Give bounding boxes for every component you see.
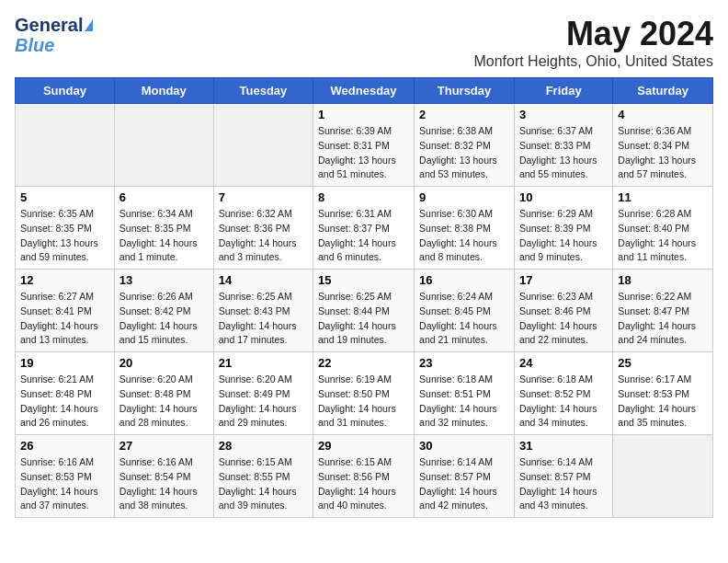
day-info: Sunrise: 6:35 AM Sunset: 8:35 PM Dayligh… — [20, 207, 109, 265]
calendar-week-2: 5Sunrise: 6:35 AM Sunset: 8:35 PM Daylig… — [16, 187, 713, 270]
day-number: 27 — [119, 439, 209, 453]
day-number: 21 — [219, 356, 308, 370]
day-info: Sunrise: 6:19 AM Sunset: 8:50 PM Dayligh… — [318, 373, 409, 431]
calendar-cell — [613, 435, 713, 518]
day-info: Sunrise: 6:39 AM Sunset: 8:31 PM Dayligh… — [318, 124, 409, 182]
calendar-cell: 19Sunrise: 6:21 AM Sunset: 8:48 PM Dayli… — [16, 352, 115, 435]
header-monday: Monday — [114, 78, 213, 104]
day-info: Sunrise: 6:27 AM Sunset: 8:41 PM Dayligh… — [20, 290, 109, 348]
calendar-cell: 6Sunrise: 6:34 AM Sunset: 8:35 PM Daylig… — [114, 187, 213, 270]
header-tuesday: Tuesday — [213, 78, 313, 104]
day-number: 6 — [119, 190, 209, 204]
calendar-cell: 24Sunrise: 6:18 AM Sunset: 8:52 PM Dayli… — [514, 352, 612, 435]
day-number: 11 — [618, 190, 708, 204]
header-wednesday: Wednesday — [313, 78, 415, 104]
day-number: 13 — [119, 273, 209, 287]
day-info: Sunrise: 6:16 AM Sunset: 8:54 PM Dayligh… — [119, 455, 209, 513]
calendar-cell — [16, 104, 115, 187]
day-info: Sunrise: 6:31 AM Sunset: 8:37 PM Dayligh… — [318, 207, 409, 265]
day-number: 12 — [20, 273, 109, 287]
day-number: 8 — [318, 190, 409, 204]
day-info: Sunrise: 6:36 AM Sunset: 8:34 PM Dayligh… — [618, 124, 708, 182]
title-area: May 2024 Monfort Heights, Ohio, United S… — [473, 15, 713, 70]
calendar-cell: 23Sunrise: 6:18 AM Sunset: 8:51 PM Dayli… — [415, 352, 515, 435]
calendar-cell: 29Sunrise: 6:15 AM Sunset: 8:56 PM Dayli… — [313, 435, 415, 518]
day-number: 1 — [318, 108, 409, 121]
day-number: 29 — [318, 439, 409, 453]
header-friday: Friday — [514, 78, 612, 104]
day-info: Sunrise: 6:25 AM Sunset: 8:43 PM Dayligh… — [219, 290, 308, 348]
day-number: 2 — [419, 108, 509, 121]
day-number: 16 — [419, 273, 509, 287]
day-number: 7 — [219, 190, 308, 204]
day-number: 23 — [419, 356, 509, 370]
calendar-cell: 12Sunrise: 6:27 AM Sunset: 8:41 PM Dayli… — [16, 270, 115, 352]
calendar-cell: 26Sunrise: 6:16 AM Sunset: 8:53 PM Dayli… — [16, 435, 115, 518]
day-number: 25 — [618, 356, 708, 370]
calendar-subtitle: Monfort Heights, Ohio, United States — [473, 53, 713, 70]
day-number: 14 — [219, 273, 308, 287]
logo-triangle-icon — [85, 19, 93, 31]
day-number: 4 — [618, 108, 708, 121]
day-number: 15 — [318, 273, 409, 287]
day-info: Sunrise: 6:34 AM Sunset: 8:35 PM Dayligh… — [119, 207, 209, 265]
calendar-title: May 2024 — [473, 15, 713, 53]
calendar-table: SundayMondayTuesdayWednesdayThursdayFrid… — [15, 77, 713, 518]
calendar-cell: 3Sunrise: 6:37 AM Sunset: 8:33 PM Daylig… — [514, 104, 612, 187]
calendar-cell: 11Sunrise: 6:28 AM Sunset: 8:40 PM Dayli… — [613, 187, 713, 270]
calendar-cell: 5Sunrise: 6:35 AM Sunset: 8:35 PM Daylig… — [16, 187, 115, 270]
calendar-cell: 1Sunrise: 6:39 AM Sunset: 8:31 PM Daylig… — [313, 104, 415, 187]
day-info: Sunrise: 6:18 AM Sunset: 8:52 PM Dayligh… — [519, 373, 608, 431]
day-number: 19 — [20, 356, 109, 370]
day-number: 3 — [519, 108, 608, 121]
calendar-cell: 14Sunrise: 6:25 AM Sunset: 8:43 PM Dayli… — [213, 270, 313, 352]
day-info: Sunrise: 6:25 AM Sunset: 8:44 PM Dayligh… — [318, 290, 409, 348]
day-info: Sunrise: 6:32 AM Sunset: 8:36 PM Dayligh… — [219, 207, 308, 265]
calendar-cell: 18Sunrise: 6:22 AM Sunset: 8:47 PM Dayli… — [613, 270, 713, 352]
calendar-week-1: 1Sunrise: 6:39 AM Sunset: 8:31 PM Daylig… — [16, 104, 713, 187]
header-thursday: Thursday — [415, 78, 515, 104]
logo-blue: Blue — [15, 35, 54, 55]
header-sunday: Sunday — [16, 78, 115, 104]
day-info: Sunrise: 6:16 AM Sunset: 8:53 PM Dayligh… — [20, 455, 109, 513]
day-info: Sunrise: 6:14 AM Sunset: 8:57 PM Dayligh… — [419, 455, 509, 513]
day-info: Sunrise: 6:14 AM Sunset: 8:57 PM Dayligh… — [519, 455, 608, 513]
day-info: Sunrise: 6:15 AM Sunset: 8:56 PM Dayligh… — [318, 455, 409, 513]
calendar-week-3: 12Sunrise: 6:27 AM Sunset: 8:41 PM Dayli… — [16, 270, 713, 352]
day-info: Sunrise: 6:17 AM Sunset: 8:53 PM Dayligh… — [618, 373, 708, 431]
calendar-cell: 27Sunrise: 6:16 AM Sunset: 8:54 PM Dayli… — [114, 435, 213, 518]
day-info: Sunrise: 6:30 AM Sunset: 8:38 PM Dayligh… — [419, 207, 509, 265]
calendar-cell — [114, 104, 213, 187]
calendar-cell: 30Sunrise: 6:14 AM Sunset: 8:57 PM Dayli… — [415, 435, 515, 518]
day-number: 30 — [419, 439, 509, 453]
day-info: Sunrise: 6:29 AM Sunset: 8:39 PM Dayligh… — [519, 207, 608, 265]
calendar-cell: 7Sunrise: 6:32 AM Sunset: 8:36 PM Daylig… — [213, 187, 313, 270]
calendar-cell: 17Sunrise: 6:23 AM Sunset: 8:46 PM Dayli… — [514, 270, 612, 352]
day-number: 17 — [519, 273, 608, 287]
calendar-cell: 2Sunrise: 6:38 AM Sunset: 8:32 PM Daylig… — [415, 104, 515, 187]
calendar-cell: 15Sunrise: 6:25 AM Sunset: 8:44 PM Dayli… — [313, 270, 415, 352]
day-number: 24 — [519, 356, 608, 370]
day-info: Sunrise: 6:20 AM Sunset: 8:49 PM Dayligh… — [219, 373, 308, 431]
day-info: Sunrise: 6:20 AM Sunset: 8:48 PM Dayligh… — [119, 373, 209, 431]
day-number: 5 — [20, 190, 109, 204]
day-info: Sunrise: 6:15 AM Sunset: 8:55 PM Dayligh… — [219, 455, 308, 513]
day-number: 20 — [119, 356, 209, 370]
logo-general: General — [15, 15, 83, 35]
calendar-cell: 20Sunrise: 6:20 AM Sunset: 8:48 PM Dayli… — [114, 352, 213, 435]
day-number: 22 — [318, 356, 409, 370]
calendar-cell: 21Sunrise: 6:20 AM Sunset: 8:49 PM Dayli… — [213, 352, 313, 435]
day-info: Sunrise: 6:38 AM Sunset: 8:32 PM Dayligh… — [419, 124, 509, 182]
day-number: 31 — [519, 439, 608, 453]
day-info: Sunrise: 6:22 AM Sunset: 8:47 PM Dayligh… — [618, 290, 708, 348]
calendar-cell: 22Sunrise: 6:19 AM Sunset: 8:50 PM Dayli… — [313, 352, 415, 435]
day-info: Sunrise: 6:26 AM Sunset: 8:42 PM Dayligh… — [119, 290, 209, 348]
page-header: General Blue May 2024 Monfort Heights, O… — [15, 15, 713, 70]
calendar-cell: 8Sunrise: 6:31 AM Sunset: 8:37 PM Daylig… — [313, 187, 415, 270]
calendar-cell: 9Sunrise: 6:30 AM Sunset: 8:38 PM Daylig… — [415, 187, 515, 270]
day-info: Sunrise: 6:18 AM Sunset: 8:51 PM Dayligh… — [419, 373, 509, 431]
calendar-week-4: 19Sunrise: 6:21 AM Sunset: 8:48 PM Dayli… — [16, 352, 713, 435]
header-saturday: Saturday — [613, 78, 713, 104]
calendar-cell: 16Sunrise: 6:24 AM Sunset: 8:45 PM Dayli… — [415, 270, 515, 352]
day-number: 28 — [219, 439, 308, 453]
